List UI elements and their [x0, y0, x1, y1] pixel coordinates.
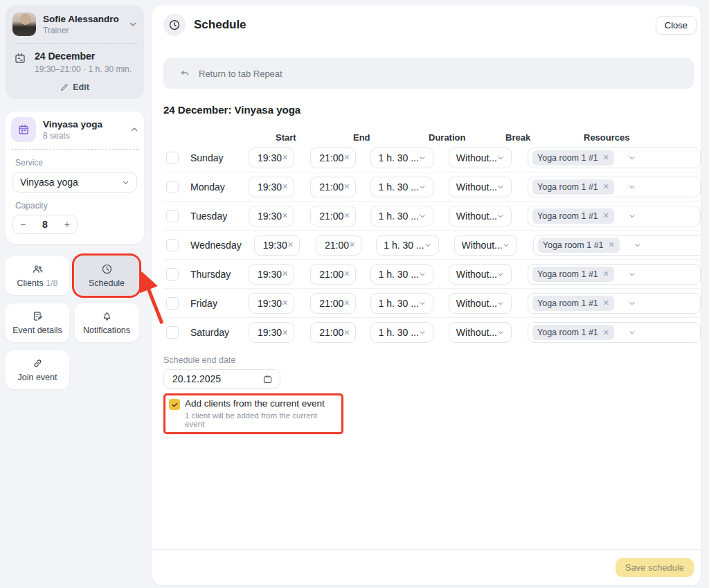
- clear-icon[interactable]: ✕: [343, 211, 350, 220]
- day-checkbox[interactable]: [166, 297, 179, 310]
- end-date-input[interactable]: 20.12.2025: [163, 369, 280, 389]
- clear-icon[interactable]: ✕: [287, 240, 294, 249]
- break-select[interactable]: Without...: [449, 322, 512, 343]
- duration-select[interactable]: 1 h. 30 ...: [370, 206, 433, 226]
- resources-select[interactable]: Yoga room 1 #1 ✕: [528, 264, 701, 285]
- save-schedule-button[interactable]: Save schedule: [616, 558, 694, 577]
- remove-resource-icon[interactable]: ✕: [603, 153, 609, 162]
- end-time-input[interactable]: 21:00 ✕: [310, 148, 356, 168]
- remove-resource-icon[interactable]: ✕: [609, 240, 615, 249]
- day-checkbox[interactable]: [166, 152, 179, 164]
- start-time-input[interactable]: 19:30 ✕: [249, 264, 294, 285]
- break-select[interactable]: Without...: [449, 206, 512, 226]
- clear-icon[interactable]: ✕: [343, 299, 350, 308]
- end-time-input[interactable]: 21:00 ✕: [310, 293, 356, 314]
- chevron-down-icon: [629, 271, 636, 278]
- day-checkbox[interactable]: [166, 181, 179, 193]
- schedule-panel: Schedule Close Return to tab Repeat 24 D…: [152, 6, 701, 585]
- start-time-input[interactable]: 19:30 ✕: [249, 293, 294, 314]
- chevron-down-icon: [424, 242, 431, 249]
- clear-icon[interactable]: ✕: [343, 182, 350, 191]
- panel-title: Schedule: [194, 18, 246, 32]
- clear-icon[interactable]: ✕: [349, 240, 355, 249]
- break-select[interactable]: Without...: [449, 148, 512, 168]
- break-select[interactable]: Without...: [449, 293, 512, 314]
- day-checkbox[interactable]: [166, 239, 179, 251]
- remove-resource-icon[interactable]: ✕: [603, 182, 609, 191]
- resources-select[interactable]: Yoga room 1 #1 ✕: [528, 206, 701, 226]
- tab-event-details[interactable]: Event details: [6, 303, 69, 342]
- clear-icon[interactable]: ✕: [282, 211, 288, 220]
- end-time-input[interactable]: 21:00 ✕: [310, 206, 356, 226]
- clear-icon[interactable]: ✕: [282, 269, 288, 278]
- service-select[interactable]: Vinyasa yoga: [12, 172, 137, 193]
- duration-select[interactable]: 1 h. 30 ...: [370, 293, 433, 314]
- add-clients-label: Add clients from the current event: [185, 398, 337, 409]
- day-checkbox[interactable]: [166, 210, 179, 222]
- resources-select[interactable]: Yoga room 1 #1 ✕: [533, 235, 701, 256]
- clear-icon[interactable]: ✕: [282, 153, 288, 162]
- add-clients-checkbox[interactable]: [169, 399, 180, 410]
- tab-clients[interactable]: Clients 1/8: [6, 256, 69, 295]
- chevron-down-icon: [629, 300, 636, 307]
- break-value: Without...: [456, 181, 497, 193]
- break-select[interactable]: Without...: [449, 177, 512, 197]
- end-time-input[interactable]: 21:00 ✕: [310, 264, 356, 285]
- end-time-input[interactable]: 21:00 ✕: [316, 235, 361, 256]
- clear-icon[interactable]: ✕: [282, 328, 288, 337]
- service-card-header[interactable]: Vinyasa yoga 8 seats: [11, 117, 138, 142]
- start-time-input[interactable]: 19:30 ✕: [249, 177, 294, 197]
- duration-select[interactable]: 1 h. 30 ...: [370, 322, 433, 343]
- duration-select[interactable]: 1 h. 30 ...: [370, 177, 433, 197]
- clear-icon[interactable]: ✕: [343, 328, 350, 337]
- day-checkbox[interactable]: [166, 326, 179, 339]
- tab-notifications[interactable]: Notifications: [75, 303, 138, 342]
- tab-event-details-label: Event details: [12, 326, 62, 335]
- profile-row[interactable]: Sofie Alessandro Trainer: [12, 12, 137, 36]
- increase-capacity-button[interactable]: +: [64, 219, 70, 230]
- duration-select[interactable]: 1 h. 30 ...: [370, 264, 433, 285]
- resources-select[interactable]: Yoga room 1 #1 ✕: [528, 322, 701, 343]
- duration-select[interactable]: 1 h. 30 ...: [376, 235, 438, 256]
- resources-select[interactable]: Yoga room 1 #1 ✕: [528, 148, 701, 168]
- resources-select[interactable]: Yoga room 1 #1 ✕: [528, 177, 701, 197]
- clear-icon[interactable]: ✕: [282, 182, 288, 191]
- dashed-divider: [12, 43, 137, 44]
- start-time-input[interactable]: 19:30 ✕: [249, 206, 294, 226]
- chevron-down-icon: [634, 242, 641, 249]
- resources-select[interactable]: Yoga room 1 #1 ✕: [528, 293, 701, 314]
- break-select[interactable]: Without...: [449, 264, 512, 285]
- tab-schedule[interactable]: Schedule: [75, 256, 138, 295]
- remove-resource-icon[interactable]: ✕: [603, 269, 609, 278]
- end-time-input[interactable]: 21:00 ✕: [310, 322, 356, 343]
- decrease-capacity-button[interactable]: −: [20, 219, 26, 230]
- column-header-break: Break: [505, 132, 530, 143]
- chevron-down-icon: [419, 271, 426, 278]
- clear-icon[interactable]: ✕: [282, 299, 288, 308]
- start-time-value: 19:30: [258, 298, 282, 309]
- table-row: Thursday 19:30 ✕ 21:00 ✕ 1 h. 30 ... Wit…: [163, 260, 701, 289]
- chevron-down-icon: [503, 242, 510, 249]
- chevron-up-icon[interactable]: [130, 125, 138, 134]
- join-event-button[interactable]: Join event: [6, 350, 69, 389]
- day-checkbox[interactable]: [166, 268, 179, 280]
- return-to-repeat-banner[interactable]: Return to tab Repeat: [163, 58, 694, 89]
- edit-event-button[interactable]: Edit: [12, 82, 137, 92]
- chevron-down-icon: [629, 329, 636, 336]
- duration-value: 1 h. 30 ...: [384, 240, 424, 251]
- calendar-icon[interactable]: [262, 374, 273, 384]
- remove-resource-icon[interactable]: ✕: [603, 328, 609, 337]
- close-button[interactable]: Close: [656, 16, 697, 35]
- start-time-input[interactable]: 19:30 ✕: [249, 148, 294, 168]
- chevron-down-icon[interactable]: [129, 20, 137, 28]
- chevron-down-icon: [497, 271, 504, 278]
- duration-select[interactable]: 1 h. 30 ...: [370, 148, 433, 168]
- clear-icon[interactable]: ✕: [343, 153, 350, 162]
- end-time-input[interactable]: 21:00 ✕: [310, 177, 356, 197]
- start-time-input[interactable]: 19:30 ✕: [254, 235, 300, 256]
- remove-resource-icon[interactable]: ✕: [603, 211, 609, 220]
- clear-icon[interactable]: ✕: [343, 269, 350, 278]
- break-select[interactable]: Without...: [454, 235, 517, 256]
- remove-resource-icon[interactable]: ✕: [603, 299, 609, 308]
- start-time-input[interactable]: 19:30 ✕: [249, 322, 294, 343]
